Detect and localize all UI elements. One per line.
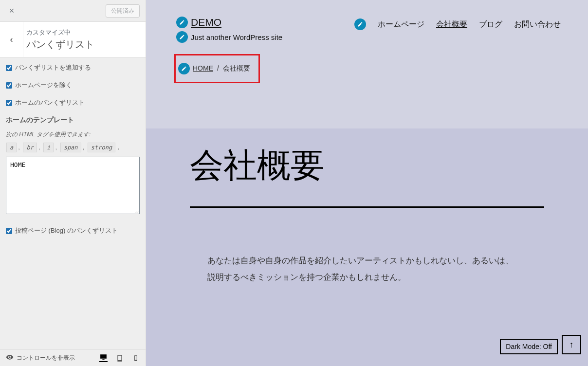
- home-template-heading: ホームのテンプレート: [6, 116, 140, 125]
- check-home-breadcrumbs-input[interactable]: [6, 100, 12, 106]
- tag-a: a: [6, 143, 17, 152]
- edit-icon[interactable]: [178, 63, 190, 74]
- customizing-label: カスタマイズ中: [26, 28, 94, 37]
- toggle-controls[interactable]: コントロールを非表示: [6, 353, 92, 363]
- allowed-tags: a, br, i, span, strong .: [6, 144, 140, 151]
- eye-icon: [6, 353, 14, 363]
- breadcrumb-sep: /: [217, 64, 219, 72]
- site-tagline: Just another WordPress site: [191, 33, 282, 41]
- breadcrumb: HOME / 会社概要: [193, 64, 250, 73]
- check-exclude-homepage-input[interactable]: [6, 82, 12, 89]
- controls-pane: パンくずリストを追加する ホームページを除く ホームのパンくずリスト ホームのテ…: [0, 57, 146, 349]
- preview-pane: DEMO Just another WordPress site ホームページ …: [146, 0, 588, 366]
- device-desktop-icon[interactable]: [99, 354, 108, 362]
- tag-strong: strong: [88, 143, 115, 152]
- breadcrumb-current: 会社概要: [223, 64, 250, 72]
- check-blog-breadcrumbs-label: 投稿ページ (Blog) のパンくずリスト: [15, 226, 118, 235]
- device-tablet-icon[interactable]: [115, 354, 124, 362]
- nav-blog[interactable]: ブログ: [479, 19, 502, 30]
- check-exclude-homepage[interactable]: ホームページを除く: [6, 81, 140, 90]
- check-add-breadcrumbs[interactable]: パンくずリストを追加する: [6, 63, 140, 72]
- tag-br: br: [23, 143, 37, 152]
- site-title[interactable]: DEMO: [191, 17, 221, 28]
- tags-help: 次の HTML タグを使用できます:: [6, 130, 140, 139]
- section-header: ‹ カスタマイズ中 パンくずリスト: [0, 22, 146, 57]
- page-content: 会社概要 あなたは自身や自身の作品を紹介したいアーティストかもしれないし、あるい…: [146, 128, 588, 366]
- check-home-breadcrumbs-label: ホームのパンくずリスト: [15, 98, 85, 107]
- device-mobile-icon[interactable]: [131, 354, 140, 362]
- home-template-input[interactable]: [6, 157, 140, 214]
- publish-button[interactable]: 公開済み: [106, 4, 140, 18]
- sidebar-topbar: × 公開済み: [0, 0, 146, 22]
- check-exclude-homepage-label: ホームページを除く: [15, 81, 72, 90]
- site-nav: ホームページ 会社概要 ブログ お問い合わせ: [354, 17, 561, 30]
- dark-mode-button[interactable]: Dark Mode: Off: [500, 339, 558, 354]
- page-body: あなたは自身や自身の作品を紹介したいアーティストかもしれないし、あるいは、説明す…: [207, 253, 519, 286]
- arrow-up-icon: ↑: [570, 340, 574, 350]
- site-brand: DEMO Just another WordPress site: [176, 17, 282, 43]
- nav-contact[interactable]: お問い合わせ: [514, 19, 561, 30]
- device-bar: コントロールを非表示: [0, 349, 146, 366]
- edit-icon[interactable]: [176, 17, 188, 28]
- title-divider: [190, 206, 544, 208]
- edit-icon[interactable]: [176, 31, 188, 43]
- back-to-top-button[interactable]: ↑: [562, 335, 581, 354]
- nav-home[interactable]: ホームページ: [378, 19, 424, 30]
- section-title: パンくずリスト: [26, 38, 94, 51]
- breadcrumb-home[interactable]: HOME: [193, 64, 213, 72]
- breadcrumb-highlight: HOME / 会社概要: [174, 54, 260, 83]
- close-button[interactable]: ×: [0, 0, 23, 22]
- check-add-breadcrumbs-label: パンくずリストを追加する: [15, 63, 91, 72]
- check-home-breadcrumbs[interactable]: ホームのパンくずリスト: [6, 98, 140, 107]
- back-button[interactable]: ‹: [0, 22, 23, 57]
- edit-icon[interactable]: [354, 18, 366, 30]
- tag-i: i: [43, 143, 54, 152]
- nav-company[interactable]: 会社概要: [436, 19, 467, 30]
- check-blog-breadcrumbs[interactable]: 投稿ページ (Blog) のパンくずリスト: [6, 226, 140, 235]
- tag-span: span: [60, 143, 81, 152]
- toggle-controls-label: コントロールを非表示: [17, 354, 75, 362]
- tags-end: .: [118, 144, 120, 151]
- site-header: DEMO Just another WordPress site ホームページ …: [146, 0, 588, 43]
- customizer-sidebar: × 公開済み ‹ カスタマイズ中 パンくずリスト パンくずリストを追加する ホー…: [0, 0, 146, 366]
- check-blog-breadcrumbs-input[interactable]: [6, 228, 12, 234]
- page-title: 会社概要: [190, 143, 544, 188]
- check-add-breadcrumbs-input[interactable]: [6, 65, 12, 71]
